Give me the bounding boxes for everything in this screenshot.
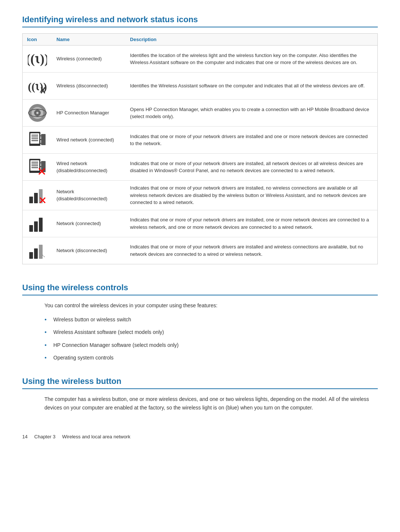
icon-cell-network-disconnected xyxy=(23,237,52,264)
section3-text: The computer has a wireless button, one … xyxy=(44,395,378,412)
table-row: Wired network (connected)Indicates that … xyxy=(23,127,378,154)
wireless-connected-icon: ((ɩ)) xyxy=(28,49,47,68)
icon-cell-wired-connected xyxy=(23,127,52,154)
section2-intro: You can control the wireless devices in … xyxy=(44,301,378,310)
footer-chapter-title: Wireless and local area network xyxy=(62,434,130,439)
svg-rect-31 xyxy=(29,197,33,203)
status-icons-table: Icon Name Description ((ɩ)) Wireless (co… xyxy=(22,33,378,264)
network-connected-icon xyxy=(28,214,47,233)
icon-description: Indicates that one or more of your netwo… xyxy=(126,181,377,210)
table-row: HP Connection ManagerOpens HP Connection… xyxy=(23,100,378,127)
section3-heading: Using the wireless button xyxy=(22,377,378,389)
svg-rect-32 xyxy=(34,193,38,203)
col-header-icon: Icon xyxy=(23,34,52,46)
list-item: HP Connection Manager software (select m… xyxy=(44,341,378,349)
icon-description: Indicates that one or more of your netwo… xyxy=(126,237,377,264)
icon-name: Network (connected) xyxy=(52,210,126,237)
table-row: ((ɩ)) Wireless (connected)Identifies the… xyxy=(23,46,378,73)
hp-connection-manager-icon xyxy=(28,103,47,123)
svg-rect-41 xyxy=(39,245,43,259)
wireless-controls-list: Wireless button or wireless switchWirele… xyxy=(44,315,378,362)
icon-cell-wireless-disconnected: ((ɩ)) xyxy=(23,73,52,100)
icon-name: Network (disabled/disconnected) xyxy=(52,181,126,210)
list-item: Operating system controls xyxy=(44,354,378,362)
table-row: Wired network (disabled/disconnected)Ind… xyxy=(23,154,378,181)
wired-disabled-icon xyxy=(28,157,47,177)
svg-text:((ɩ)): ((ɩ)) xyxy=(28,51,47,66)
svg-rect-37 xyxy=(34,221,38,232)
icon-cell-network-connected xyxy=(23,210,52,237)
icon-name: Wired network (disabled/disconnected) xyxy=(52,154,126,181)
icon-name: Network (disconnected) xyxy=(52,237,126,264)
section1-heading: Identifying wireless and network status … xyxy=(22,15,378,27)
icon-cell-network-disabled xyxy=(23,181,52,210)
section2-heading: Using the wireless controls xyxy=(22,283,378,295)
icon-cell-hp-connection-manager xyxy=(23,100,52,127)
list-item: Wireless Assistant software (select mode… xyxy=(44,328,378,336)
icon-name: HP Connection Manager xyxy=(52,100,126,127)
icon-name: Wireless (connected) xyxy=(52,46,126,73)
icon-description: Indicates that one or more of your netwo… xyxy=(126,154,377,181)
svg-rect-38 xyxy=(39,218,43,232)
icon-description: Identifies the location of the wireless … xyxy=(126,46,377,73)
table-row: Network (connected)Indicates that one or… xyxy=(23,210,378,237)
svg-rect-36 xyxy=(29,225,33,232)
table-row: ((ɩ)) Wireless (disconnected)Identifies … xyxy=(23,73,378,100)
col-header-name: Name xyxy=(52,34,126,46)
wireless-controls-section: Using the wireless controls You can cont… xyxy=(22,283,378,362)
table-row: Network (disconnected)Indicates that one… xyxy=(23,237,378,264)
icon-name: Wireless (disconnected) xyxy=(52,73,126,100)
list-item: Wireless button or wireless switch xyxy=(44,315,378,324)
icon-description: Indicates that one or more of your netwo… xyxy=(126,127,377,154)
icon-name: Wired network (connected) xyxy=(52,127,126,154)
wireless-button-section: Using the wireless button The computer h… xyxy=(22,377,378,412)
icon-description: Opens HP Connection Manager, which enabl… xyxy=(126,100,377,127)
svg-rect-15 xyxy=(41,134,46,145)
footer-page-number: 14 xyxy=(22,434,27,439)
svg-point-7 xyxy=(36,112,39,114)
icon-cell-wireless-connected: ((ɩ)) xyxy=(23,46,52,73)
footer-chapter: Chapter 3 xyxy=(34,434,56,439)
icon-cell-wired-disabled xyxy=(23,154,52,181)
network-disabled-icon xyxy=(28,185,47,205)
network-disconnected-icon xyxy=(28,241,47,260)
table-row: Network (disabled/disconnected)Indicates… xyxy=(23,181,378,210)
icon-description: Identifies the Wireless Assistant softwa… xyxy=(126,73,377,100)
icon-description: Indicates that one or more of your netwo… xyxy=(126,210,377,237)
col-header-description: Description xyxy=(126,34,377,46)
svg-rect-39 xyxy=(29,252,33,259)
svg-text:((ɩ)): ((ɩ)) xyxy=(28,80,47,93)
wireless-disconnected-icon: ((ɩ)) xyxy=(28,76,47,96)
page-footer: 14 Chapter 3 Wireless and local area net… xyxy=(22,434,378,439)
svg-rect-40 xyxy=(34,248,38,259)
wired-connected-icon xyxy=(28,130,47,150)
